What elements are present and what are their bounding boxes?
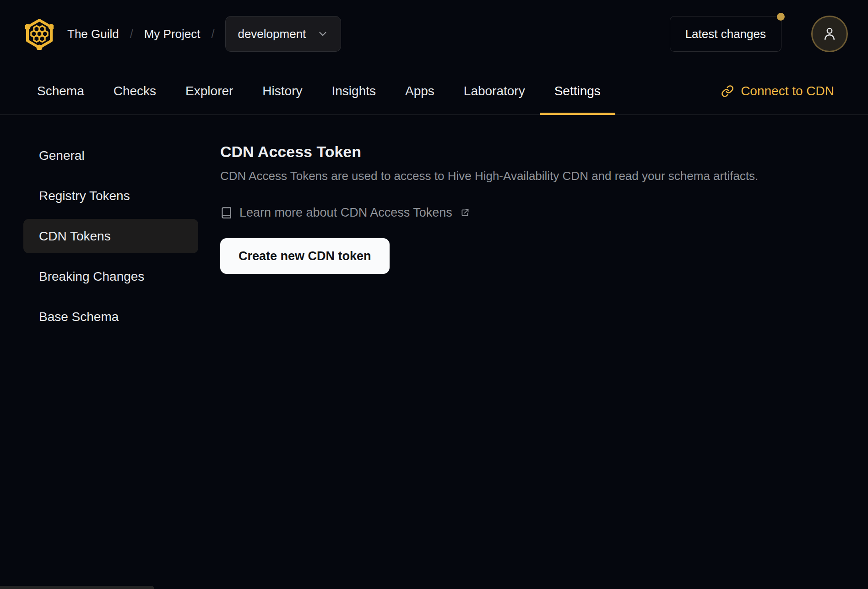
user-avatar-button[interactable] (811, 16, 848, 52)
latest-changes-button[interactable]: Latest changes (670, 16, 781, 52)
breadcrumb-separator: / (212, 27, 215, 41)
target-selector-dropdown[interactable]: development (225, 16, 341, 52)
settings-sidebar: General Registry Tokens CDN Tokens Break… (0, 115, 198, 340)
sidebar-item-registry-tokens[interactable]: Registry Tokens (23, 179, 198, 213)
sidebar-item-general[interactable]: General (23, 138, 198, 173)
tab-history[interactable]: History (248, 68, 317, 115)
project-nav-tabs: Schema Checks Explorer History Insights … (0, 68, 868, 115)
user-icon (821, 26, 838, 42)
connect-to-cdn-label: Connect to CDN (741, 84, 834, 98)
link-icon (721, 85, 734, 98)
chevron-down-icon (317, 28, 329, 40)
page-title: CDN Access Token (220, 142, 841, 162)
tab-insights[interactable]: Insights (317, 68, 391, 115)
tab-settings[interactable]: Settings (540, 68, 615, 115)
tab-apps[interactable]: Apps (391, 68, 449, 115)
create-cdn-token-button[interactable]: Create new CDN token (220, 238, 390, 274)
sidebar-item-cdn-tokens[interactable]: CDN Tokens (23, 219, 198, 253)
page-description: CDN Access Tokens are used to access to … (220, 168, 841, 184)
sidebar-item-breaking-changes[interactable]: Breaking Changes (23, 259, 198, 294)
tab-explorer[interactable]: Explorer (171, 68, 248, 115)
app-header: The Guild / My Project / development Lat… (0, 0, 868, 68)
notification-dot (777, 13, 785, 21)
settings-content: General Registry Tokens CDN Tokens Break… (0, 115, 868, 340)
connect-to-cdn-link[interactable]: Connect to CDN (721, 68, 834, 115)
latest-changes-label: Latest changes (685, 27, 766, 41)
target-selector-value: development (238, 27, 306, 41)
tab-checks[interactable]: Checks (99, 68, 171, 115)
breadcrumb: The Guild / My Project / development (67, 16, 341, 52)
book-icon (220, 206, 233, 219)
sidebar-item-base-schema[interactable]: Base Schema (23, 300, 198, 334)
breadcrumb-separator: / (130, 27, 133, 41)
learn-more-link[interactable]: Learn more about CDN Access Tokens (220, 206, 470, 220)
external-link-icon (460, 208, 470, 218)
breadcrumb-project-link[interactable]: My Project (144, 27, 201, 41)
tab-schema[interactable]: Schema (22, 68, 99, 115)
cdn-tokens-panel: CDN Access Token CDN Access Tokens are u… (198, 115, 868, 274)
learn-more-label: Learn more about CDN Access Tokens (239, 206, 452, 220)
toast-peek (0, 586, 154, 589)
breadcrumb-org-link[interactable]: The Guild (67, 27, 119, 41)
hive-logo-icon[interactable] (25, 18, 54, 50)
tab-laboratory[interactable]: Laboratory (449, 68, 540, 115)
